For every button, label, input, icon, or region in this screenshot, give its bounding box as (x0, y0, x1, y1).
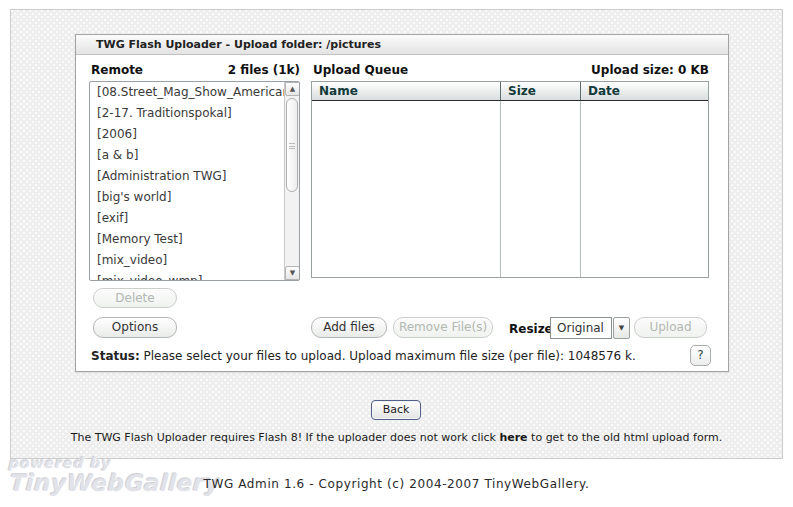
upload-queue-table: Name Size Date (311, 81, 709, 278)
queue-column-name (312, 101, 500, 277)
copyright-text: TWG Admin 1.6 - Copyright (c) 2004-2007 … (0, 477, 793, 491)
note-text-before: The TWG Flash Uploader requires Flash 8!… (71, 431, 500, 444)
scroll-up-icon[interactable]: ▲ (285, 82, 300, 96)
column-header-size[interactable]: Size (500, 82, 580, 100)
dialog-title: TWG Flash Uploader - Upload folder: /pic… (76, 35, 728, 55)
remote-folder-list: [08.Street_Mag_Show_American [2-17. Trad… (89, 81, 300, 281)
list-item[interactable]: [mix_video_wmp] (90, 271, 284, 280)
old-upload-form-link[interactable]: here (499, 431, 527, 444)
list-item[interactable]: [Memory Test] (90, 229, 284, 250)
queue-table-header: Name Size Date (312, 82, 708, 101)
list-item[interactable]: [08.Street_Mag_Show_American (90, 82, 284, 103)
list-item[interactable]: [2-17. Traditionspokal] (90, 103, 284, 124)
status-text: Please select your files to upload. Uplo… (144, 349, 636, 363)
flash-requirement-note: The TWG Flash Uploader requires Flash 8!… (0, 431, 793, 444)
upload-size-label: Upload size: 0 KB (311, 63, 709, 77)
note-text-after: to get to the old html upload form. (528, 431, 723, 444)
scroll-down-icon[interactable]: ▼ (285, 266, 300, 280)
list-item[interactable]: [mix_video] (90, 250, 284, 271)
list-item[interactable]: [2006] (90, 124, 284, 145)
remote-file-count: 2 files (1k) (89, 63, 300, 77)
queue-table-body (312, 101, 708, 277)
help-button[interactable]: ? (690, 345, 711, 366)
scrollbar-thumb[interactable] (286, 98, 298, 192)
column-header-name[interactable]: Name (312, 82, 500, 100)
back-button[interactable]: Back (371, 400, 421, 420)
list-item[interactable]: [a & b] (90, 145, 284, 166)
chevron-down-icon[interactable]: ▼ (613, 317, 630, 339)
list-item[interactable]: [big's world] (90, 187, 284, 208)
list-item[interactable]: [Administration TWG] (90, 166, 284, 187)
remove-files-button[interactable]: Remove File(s) (393, 317, 493, 338)
status-label: Status: (91, 349, 140, 363)
watermark-powered-by: powered by (8, 456, 219, 470)
scrollbar-grip (289, 143, 295, 149)
column-header-date[interactable]: Date (580, 82, 708, 100)
add-files-button[interactable]: Add files (311, 317, 387, 338)
options-button[interactable]: Options (93, 317, 177, 338)
upload-button[interactable]: Upload (634, 317, 707, 338)
list-scrollbar[interactable]: ▲ ▼ (284, 82, 299, 280)
queue-column-date (580, 101, 708, 277)
status-bar: Status: Please select your files to uplo… (91, 349, 636, 363)
resize-selected-value[interactable]: Original (550, 317, 612, 339)
resize-dropdown[interactable]: Original ▼ (550, 317, 630, 339)
uploader-dialog: TWG Flash Uploader - Upload folder: /pic… (75, 34, 729, 372)
queue-column-size (500, 101, 580, 277)
remote-folder-items: [08.Street_Mag_Show_American [2-17. Trad… (90, 82, 284, 280)
list-item[interactable]: [exif] (90, 208, 284, 229)
resize-label: Resize (509, 322, 553, 336)
delete-button[interactable]: Delete (93, 288, 177, 308)
